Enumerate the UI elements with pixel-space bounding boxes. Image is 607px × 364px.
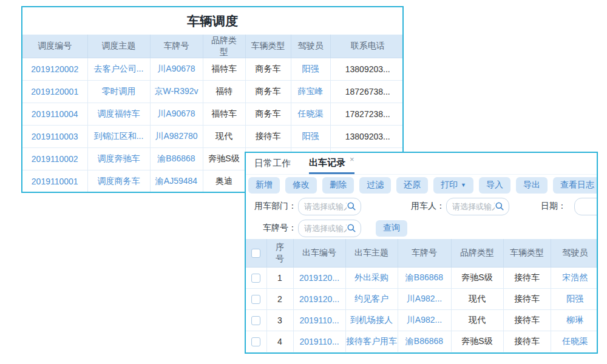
delete-button[interactable]: 删除 — [322, 177, 354, 194]
dispatch-column-header: 车牌号 — [150, 35, 203, 58]
cell-brand-type: 奔驰S级 — [451, 331, 503, 352]
dispatch-table-row[interactable]: 2019120002 去客户公司... 川A90678 福特车 商务车 阳强 1… — [22, 58, 404, 80]
record-table-row[interactable]: 1 2019120... 外出采购 渝B86868 奔驰S级 接待车 宋浩然 — [246, 267, 598, 288]
tab-label: 出车记录 — [309, 157, 345, 169]
cell-trip-topic[interactable]: 外出采购 — [345, 267, 398, 288]
filter-row-2: 车牌号： 查询 — [246, 217, 597, 239]
dispatch-table-row[interactable]: 2019120001 零时调用 京W-R392v 福特 商务车 薛宝峰 1872… — [22, 80, 404, 103]
cell-record-id[interactable]: 2019120... — [293, 267, 345, 288]
search-icon[interactable] — [347, 223, 356, 233]
cell-checkbox — [246, 309, 266, 331]
record-column-header: 出车编号 — [293, 239, 345, 267]
cell-dispatch-topic[interactable]: 调度商务车 — [87, 170, 150, 192]
query-button[interactable]: 查询 — [376, 220, 407, 237]
print-button[interactable]: 打印 ▼ — [433, 177, 473, 194]
cell-driver[interactable]: 任晓渠 — [551, 331, 598, 352]
cell-brand-type: 福特车 — [203, 58, 245, 80]
record-column-header: 车牌号 — [398, 239, 451, 267]
record-table-row[interactable]: 2 2019120... 约见客户 川A982... 现代 接待车 阳强 — [246, 288, 598, 309]
dispatch-column-header: 调度编号 — [22, 35, 87, 58]
restore-button[interactable]: 还原 — [396, 177, 428, 194]
cell-brand-type: 现代 — [451, 288, 503, 309]
close-tab-icon[interactable]: × — [350, 155, 354, 163]
cell-plate-number[interactable]: 川A90678 — [150, 58, 203, 80]
add-button[interactable]: 新增 — [248, 177, 280, 194]
import-button[interactable]: 导入 — [479, 177, 510, 194]
cell-dispatch-id[interactable]: 2019120002 — [22, 58, 87, 80]
select-all-checkbox[interactable] — [251, 249, 260, 258]
cell-dispatch-topic[interactable]: 调度福特车 — [87, 103, 150, 125]
date-input[interactable] — [580, 202, 598, 211]
cell-driver[interactable]: 柳琳 — [551, 309, 598, 331]
filter-row-1: 用车部门： 用车人： 日期： — [246, 195, 597, 217]
row-checkbox[interactable] — [251, 295, 260, 304]
desktop: 车辆调度 调度编号 调度主题 车牌号 品牌类型 — [0, 0, 607, 364]
cell-trip-topic[interactable]: 接待客户用车 — [345, 331, 398, 352]
cell-plate-number[interactable]: 京W-R392v — [150, 80, 203, 103]
row-checkbox[interactable] — [251, 337, 260, 346]
export-button[interactable]: 导出 — [516, 177, 548, 194]
cell-record-id[interactable]: 2019110... — [293, 331, 345, 352]
tab-daily-work[interactable]: 日常工作 — [254, 153, 291, 174]
view-log-button[interactable]: 查看日志 — [553, 177, 598, 194]
cell-dispatch-topic[interactable]: 调度奔驰车 — [87, 147, 150, 170]
row-checkbox[interactable] — [251, 316, 260, 325]
filter-button[interactable]: 过滤 — [359, 177, 391, 194]
filter-area: 用车部门： 用车人： 日期： — [246, 195, 597, 239]
cell-dispatch-id[interactable]: 2019110003 — [22, 125, 87, 147]
cell-record-id[interactable]: 2019110... — [293, 309, 345, 331]
cell-dispatch-topic[interactable]: 到锦江区和... — [87, 125, 150, 147]
record-column-header: 序号 — [266, 239, 293, 267]
cell-driver[interactable]: 宋浩然 — [551, 267, 598, 288]
record-table-row[interactable]: 3 2019110... 到机场接人 川A982... 现代 接待车 柳琳 — [246, 309, 598, 331]
cell-dispatch-id[interactable]: 2019110001 — [22, 170, 87, 192]
search-icon[interactable] — [495, 201, 504, 211]
cell-record-id[interactable]: 2019120... — [293, 288, 345, 309]
cell-driver[interactable]: 阳强 — [291, 58, 330, 80]
department-input[interactable] — [304, 202, 347, 211]
cell-plate-number[interactable]: 渝B86868 — [150, 147, 203, 170]
cell-driver[interactable]: 阳强 — [291, 125, 330, 147]
select-all-header-cell — [246, 239, 266, 267]
cell-brand-type: 福特车 — [203, 103, 245, 125]
cell-phone: 13809203... — [330, 58, 404, 80]
cell-driver[interactable]: 阳强 — [551, 288, 598, 309]
edit-button[interactable]: 修改 — [285, 177, 317, 194]
cell-dispatch-topic[interactable]: 零时调用 — [87, 80, 150, 103]
cell-driver[interactable]: 任晓渠 — [291, 103, 330, 125]
cell-plate-number[interactable]: 渝B86868 — [398, 331, 451, 352]
cell-plate-number[interactable]: 川A982... — [398, 288, 451, 309]
cell-vehicle-type: 接待车 — [503, 288, 551, 309]
row-checkbox[interactable] — [251, 274, 260, 283]
cell-trip-topic[interactable]: 约见客户 — [345, 288, 398, 309]
cell-brand-type: 奥迪 — [203, 170, 245, 192]
record-column-header: 车辆类型 — [503, 239, 551, 267]
cell-plate-number[interactable]: 渝B86868 — [398, 267, 451, 288]
cell-phone: 18726738... — [330, 80, 404, 103]
cell-dispatch-id[interactable]: 2019110002 — [22, 147, 87, 170]
cell-row-index: 2 — [266, 288, 293, 309]
cell-phone: 13809203... — [330, 125, 404, 147]
print-button-label: 打印 — [441, 180, 458, 190]
cell-plate-number[interactable]: 川A982... — [398, 309, 451, 331]
cell-vehicle-type: 接待车 — [245, 125, 291, 147]
tab-vehicle-records[interactable]: 出车记录 × — [309, 153, 354, 174]
plate-input[interactable] — [304, 224, 347, 233]
department-label: 用车部门： — [246, 201, 297, 212]
user-input[interactable] — [452, 202, 495, 211]
record-table-row[interactable]: 4 2019110... 接待客户用车 渝B86868 奔驰S级 接待车 任晓渠 — [246, 331, 598, 352]
dispatch-table-row[interactable]: 2019110004 调度福特车 川A90678 福特车 商务车 任晓渠 178… — [22, 103, 404, 125]
cell-plate-number[interactable]: 川A982780 — [150, 125, 203, 147]
cell-plate-number[interactable]: 川A90678 — [150, 103, 203, 125]
dispatch-table-row[interactable]: 2019110003 到锦江区和... 川A982780 现代 接待车 阳强 1… — [22, 125, 404, 147]
cell-dispatch-topic[interactable]: 去客户公司... — [87, 58, 150, 80]
search-icon[interactable] — [347, 201, 356, 211]
cell-dispatch-id[interactable]: 2019110004 — [22, 103, 87, 125]
cell-driver[interactable]: 薛宝峰 — [291, 80, 330, 103]
cell-trip-topic[interactable]: 到机场接人 — [345, 309, 398, 331]
department-search-box — [298, 198, 361, 215]
record-column-header: 出车主题 — [345, 239, 398, 267]
cell-plate-number[interactable]: 渝AJ59484 — [150, 170, 203, 192]
cell-vehicle-type: 商务车 — [245, 103, 291, 125]
cell-dispatch-id[interactable]: 2019120001 — [22, 80, 87, 103]
